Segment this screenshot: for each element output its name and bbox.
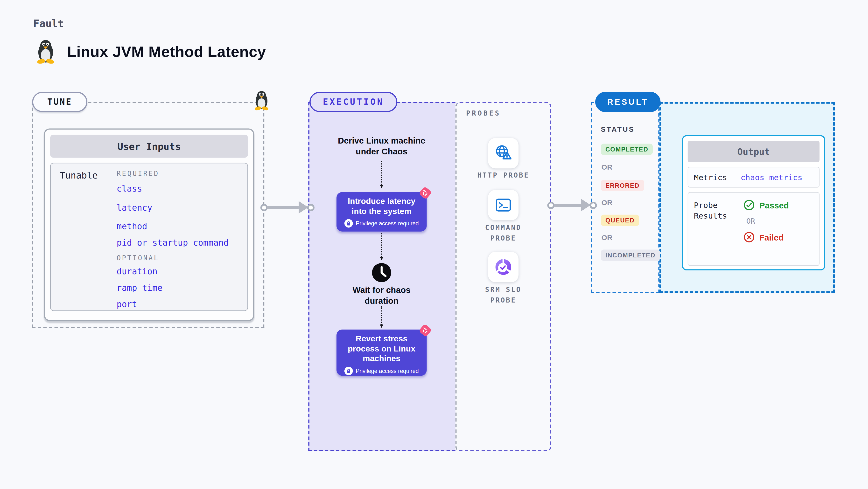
param-method[interactable]: method [117, 222, 228, 231]
introduce-latency-step: Introduce latency into the system Privil… [337, 192, 427, 231]
status-badge-completed: COMPLETED [601, 143, 653, 155]
param-class[interactable]: class [117, 184, 228, 193]
lock-icon [344, 219, 353, 228]
arrow-node-dot [260, 204, 268, 211]
privilege-note: Privilege access required [356, 221, 419, 227]
flow-connector [381, 233, 382, 259]
metrics-value-link[interactable]: chaos metrics [741, 173, 802, 182]
metrics-row: Metrics chaos metrics [688, 167, 819, 188]
or-label: OR [601, 233, 613, 242]
revert-stress-step: Revert stress process on Linux machines … [337, 330, 427, 376]
required-label: REQUIRED [117, 170, 228, 177]
http-probe-label: HTTP PROBE [456, 170, 551, 181]
privilege-note-row: Privilege access required [337, 367, 427, 375]
flow-connector [381, 161, 382, 187]
or-label: OR [601, 198, 613, 207]
failed-row: Failed [743, 232, 789, 243]
globe-warning-icon [493, 143, 514, 163]
user-inputs-card: User Inputs Tunable REQUIRED class laten… [44, 128, 254, 321]
command-probe-label: COMMAND PROBE [456, 222, 551, 243]
revert-stress-title: Revert stress process on Linux machines [337, 334, 427, 364]
fault-kicker: Fault [33, 18, 64, 29]
passed-row: Passed [743, 199, 789, 211]
metrics-label: Metrics [694, 173, 727, 182]
status-badge-errored: ERRORED [601, 180, 644, 191]
passed-label: Passed [759, 200, 789, 210]
fault-diagram: Fault Linux JVM Method Latency TUNE User… [0, 0, 868, 489]
status-badge-incompleted: INCOMPLETED [601, 250, 660, 261]
wait-step-text: Wait for chaos duration [339, 285, 424, 306]
clock-icon [371, 262, 392, 283]
optional-label: OPTIONAL [117, 254, 228, 262]
arrow-head [581, 199, 591, 211]
user-inputs-body: Tunable REQUIRED class latency method pi… [50, 163, 248, 311]
probe-results-label: Probe Results [694, 200, 727, 221]
param-latency[interactable]: latency [117, 203, 228, 212]
arrow-node-dot [547, 201, 554, 209]
privilege-note: Privilege access required [356, 368, 419, 374]
result-pill: RESULT [595, 92, 661, 112]
param-ramp-time[interactable]: ramp time [117, 284, 228, 292]
output-title: Output [688, 141, 819, 162]
status-badge-queued: QUEUED [601, 215, 639, 226]
terminal-icon [494, 195, 513, 215]
arrow-node-dot [590, 201, 597, 209]
param-pid-or-startup-command[interactable]: pid or startup command [117, 238, 228, 247]
lock-icon [344, 367, 353, 375]
linux-penguin-icon [252, 89, 271, 111]
flow-connector [381, 306, 382, 327]
srm-slo-probe-card [488, 252, 519, 282]
arrow-node-dot [307, 204, 314, 211]
chaos-pinwheel-icon [419, 324, 431, 336]
execution-pill: EXECUTION [309, 92, 397, 112]
introduce-latency-title: Introduce latency into the system [337, 197, 427, 217]
execution-to-result-arrow [547, 199, 597, 211]
privilege-note-row: Privilege access required [337, 219, 427, 228]
or-label: OR [601, 163, 613, 171]
x-circle-icon [743, 232, 755, 243]
tune-pill: TUNE [32, 92, 87, 112]
param-port[interactable]: port [117, 300, 228, 308]
derive-step-text: Derive Linux machine under Chaos [333, 135, 430, 157]
srm-slo-probe-label: SRM SLO PROBE [456, 285, 551, 305]
arrow-head [299, 201, 308, 214]
linux-penguin-icon [34, 38, 57, 63]
user-inputs-title: User Inputs [50, 135, 248, 158]
page-title: Linux JVM Method Latency [67, 43, 266, 61]
slo-donut-check-icon [493, 257, 514, 277]
check-circle-icon [743, 199, 755, 211]
command-probe-card [488, 190, 519, 220]
chaos-pinwheel-icon [419, 187, 431, 199]
tune-to-execution-arrow [260, 201, 314, 214]
probe-results-row: Probe Results Passed OR Fai [688, 192, 819, 266]
failed-label: Failed [759, 232, 783, 242]
probes-section-label: PROBES [466, 109, 501, 117]
status-label: STATUS [601, 126, 634, 134]
param-duration[interactable]: duration [117, 267, 228, 276]
http-probe-card [488, 138, 519, 168]
output-card: Output Metrics chaos metrics Probe Resul… [682, 135, 825, 270]
or-label: OR [746, 217, 789, 225]
tunable-label: Tunable [60, 170, 98, 181]
